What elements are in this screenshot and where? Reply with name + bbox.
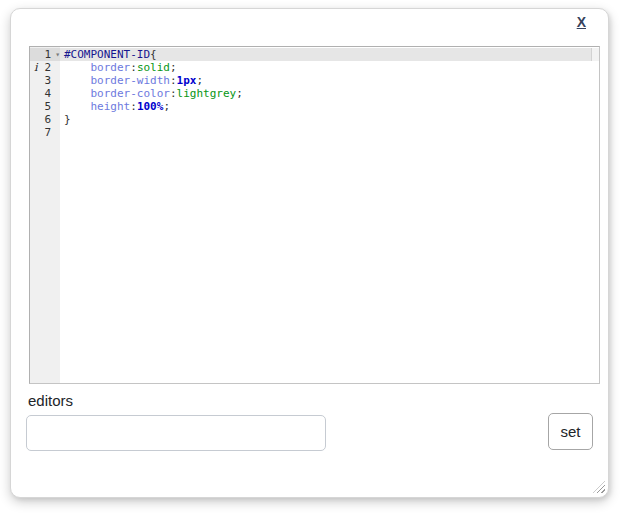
editors-input[interactable] — [26, 415, 326, 451]
gutter-line-number[interactable]: i2 — [30, 61, 60, 74]
code-line[interactable]: border-width:1px; — [60, 74, 599, 87]
code-token: border-width — [91, 74, 170, 87]
editor-lines: 1▾#COMPONENT-ID{i2 border:solid;3 border… — [30, 47, 599, 139]
code-token: solid — [137, 61, 170, 74]
line-number: 7 — [44, 126, 51, 139]
code-token: : — [170, 87, 177, 100]
editor-row: i2 border:solid; — [30, 61, 599, 74]
line-number: 6 — [44, 113, 51, 126]
gutter-line-number[interactable]: 4 — [30, 87, 60, 100]
editor-row: 6} — [30, 113, 599, 126]
code-line[interactable]: border:solid; — [60, 61, 599, 74]
code-token: : — [130, 61, 137, 74]
editor-row: 3 border-width:1px; — [30, 74, 599, 87]
code-token: } — [64, 113, 71, 126]
gutter-line-number[interactable]: 5 — [30, 100, 60, 113]
code-token: ; — [196, 74, 203, 87]
editors-label: editors — [28, 392, 73, 409]
code-token: 1px — [177, 74, 197, 87]
code-token: ; — [163, 100, 170, 113]
code-line[interactable]: height:100%; — [60, 100, 599, 113]
code-line[interactable]: border-color:lightgrey; — [60, 87, 599, 100]
dialog: X 1▾#COMPONENT-ID{i2 border:solid;3 bord… — [10, 8, 609, 498]
code-token: height — [91, 100, 131, 113]
line-number: 1 — [44, 48, 51, 61]
editor-row: 5 height:100%; — [30, 100, 599, 113]
code-line[interactable] — [60, 126, 599, 139]
code-token — [64, 87, 91, 100]
code-token: : — [130, 100, 137, 113]
code-token: border — [91, 61, 131, 74]
code-token: ; — [236, 87, 243, 100]
line-number: 2 — [44, 61, 51, 74]
code-token: { — [150, 48, 157, 61]
set-button[interactable]: set — [548, 413, 593, 450]
code-token: lightgrey — [177, 87, 237, 100]
line-number: 5 — [44, 100, 51, 113]
gutter-line-number[interactable]: 6 — [30, 113, 60, 126]
editor-row: 1▾#COMPONENT-ID{ — [30, 48, 599, 61]
info-annotation-icon[interactable]: i — [34, 61, 38, 74]
gutter-line-number[interactable]: 1▾ — [30, 48, 60, 61]
close-button[interactable]: X — [577, 14, 586, 30]
code-token — [64, 100, 91, 113]
code-token: 100% — [137, 100, 164, 113]
editor-row: 7 — [30, 126, 599, 139]
gutter-line-number[interactable]: 7 — [30, 126, 60, 139]
code-line[interactable]: #COMPONENT-ID{ — [60, 48, 599, 61]
code-token: ; — [170, 61, 177, 74]
line-number: 3 — [44, 74, 51, 87]
code-token: border-color — [91, 87, 170, 100]
line-number: 4 — [44, 87, 51, 100]
code-token — [64, 61, 91, 74]
resize-grip-icon[interactable] — [593, 481, 605, 493]
code-token: : — [170, 74, 177, 87]
editor-row: 4 border-color:lightgrey; — [30, 87, 599, 100]
code-line[interactable]: } — [60, 113, 599, 126]
code-token: #COMPONENT-ID — [64, 48, 150, 61]
code-editor[interactable]: 1▾#COMPONENT-ID{i2 border:solid;3 border… — [29, 46, 600, 384]
code-token — [64, 74, 91, 87]
gutter-line-number[interactable]: 3 — [30, 74, 60, 87]
page: X 1▾#COMPONENT-ID{i2 border:solid;3 bord… — [0, 0, 629, 521]
